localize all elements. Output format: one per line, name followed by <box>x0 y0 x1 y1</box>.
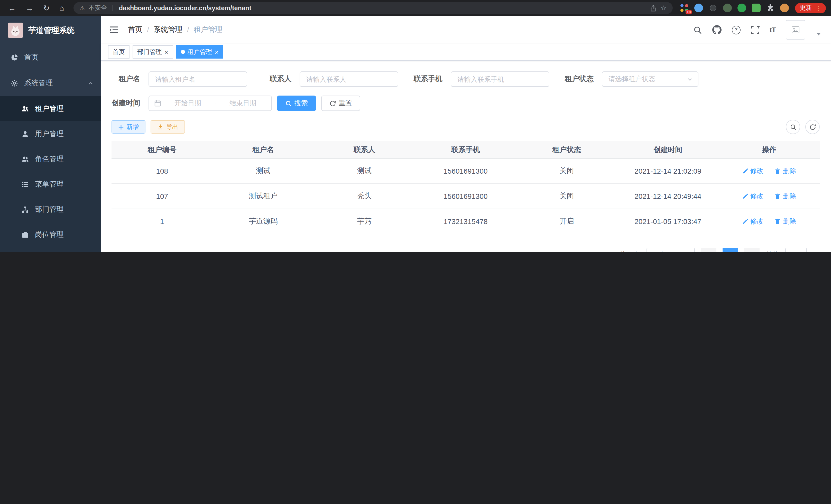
phone-input[interactable] <box>451 71 549 87</box>
search-button[interactable]: 搜索 <box>277 95 316 111</box>
filter-contact: 联系人 <box>263 71 398 87</box>
column-header: 租户名 <box>213 141 314 158</box>
search-button-label: 搜索 <box>294 99 308 108</box>
sidebar-toggle-hamburger-icon[interactable] <box>109 25 119 35</box>
sidebar-item-label: 租户管理 <box>35 104 64 113</box>
post-badge-icon <box>22 231 29 238</box>
date-range-picker[interactable]: 开始日期 - 结束日期 <box>148 95 272 111</box>
share-icon[interactable] <box>650 4 657 11</box>
pencil-icon <box>742 193 748 199</box>
forward-icon[interactable]: → <box>26 4 33 12</box>
avatar-caret-down-icon[interactable] <box>816 33 821 35</box>
sidebar-item-dict[interactable]: 字典管理 <box>0 247 101 252</box>
cell-tenant-id: 1 <box>112 209 213 234</box>
breadcrumb-separator: / <box>187 26 189 34</box>
prev-page-button[interactable] <box>701 248 716 252</box>
sidebar-item-menu[interactable]: 菜单管理 <box>0 172 101 197</box>
reset-button-label: 重置 <box>339 99 352 108</box>
delete-link-label: 删除 <box>783 217 796 226</box>
fullscreen-icon[interactable] <box>751 25 760 34</box>
back-icon[interactable]: ← <box>8 4 16 12</box>
extension-icon[interactable] <box>752 4 761 12</box>
edit-link-label: 修改 <box>750 217 764 226</box>
export-button-label: 导出 <box>166 122 178 131</box>
tab-tenant[interactable]: 租户管理 × <box>176 45 223 59</box>
contact-label: 联系人 <box>263 75 291 84</box>
chevron-down-icon <box>687 76 693 82</box>
address-bar[interactable]: ⚠ 不安全 dashboard.yudao.iocoder.cn/system/… <box>73 2 673 14</box>
reload-icon[interactable]: ↻ <box>43 4 50 12</box>
cell-contact: 芋艿 <box>314 209 415 234</box>
edit-link-label: 修改 <box>750 191 764 201</box>
browser-profile-avatar[interactable] <box>780 4 789 12</box>
add-button-label: 新增 <box>126 122 139 131</box>
extension-icon[interactable]: 10 <box>680 4 689 12</box>
add-button[interactable]: 新增 <box>112 120 145 134</box>
navbar: 首页 / 系统管理 / 租户管理 ? <box>101 16 831 44</box>
sidebar-item-tenant[interactable]: 租户管理 <box>0 96 101 121</box>
export-button[interactable]: 导出 <box>150 120 185 134</box>
breadcrumb-system[interactable]: 系统管理 <box>154 25 182 34</box>
sidebar-item-post[interactable]: 岗位管理 <box>0 222 101 247</box>
refresh-table-button[interactable] <box>805 120 820 134</box>
extension-icon[interactable] <box>738 4 746 12</box>
not-secure-warning-icon: ⚠ <box>79 5 85 11</box>
sidebar-item-label: 菜单管理 <box>35 180 64 189</box>
delete-link[interactable]: 删除 <box>775 217 796 226</box>
next-page-button[interactable] <box>744 248 760 252</box>
edit-link[interactable]: 修改 <box>742 217 764 226</box>
delete-link[interactable]: 删除 <box>775 167 796 176</box>
github-icon[interactable] <box>712 25 721 34</box>
sidebar-item-role[interactable]: 角色管理 <box>0 146 101 172</box>
sidebar-item-dept[interactable]: 部门管理 <box>0 197 101 222</box>
status-select-placeholder: 请选择租户状态 <box>608 75 655 84</box>
cell-created: 2021-01-05 17:03:47 <box>617 209 718 234</box>
tab-dept[interactable]: 部门管理 × <box>133 45 173 59</box>
browser-home-icon[interactable]: ⌂ <box>59 4 64 12</box>
user-icon <box>22 130 29 138</box>
column-header: 租户编号 <box>112 141 213 158</box>
page-size-select[interactable]: 10条/页 <box>647 248 695 252</box>
breadcrumb-separator: / <box>147 26 149 34</box>
tab-home[interactable]: 首页 <box>108 45 130 59</box>
sidebar-item-system[interactable]: 系统管理 <box>0 70 101 96</box>
goto-page-input[interactable] <box>785 248 807 252</box>
delete-link-label: 删除 <box>783 191 796 201</box>
main-area: 首页 / 系统管理 / 租户管理 ? <box>101 16 831 252</box>
contact-input[interactable] <box>299 71 398 87</box>
sidebar-item-home[interactable]: 首页 <box>0 45 101 70</box>
tags-view-bar: 首页 部门管理 × 租户管理 × <box>101 44 831 61</box>
close-icon[interactable]: × <box>214 49 219 55</box>
edit-link[interactable]: 修改 <box>742 191 764 201</box>
extension-icon[interactable] <box>709 4 717 12</box>
sidebar-item-label: 系统管理 <box>24 79 53 88</box>
bookmark-star-icon[interactable]: ☆ <box>661 4 666 12</box>
extensions-puzzle-icon[interactable] <box>766 4 774 12</box>
cell-tenant-id: 107 <box>112 184 213 209</box>
help-icon[interactable]: ? <box>732 25 741 34</box>
extension-icon[interactable] <box>723 4 732 12</box>
breadcrumb-home[interactable]: 首页 <box>128 25 142 34</box>
hide-search-button[interactable] <box>786 120 800 134</box>
cell-actions: 修改 删除 <box>718 184 820 209</box>
delete-link[interactable]: 删除 <box>775 191 796 201</box>
sidebar-logo[interactable]: 芋道管理系统 <box>0 16 101 45</box>
tenant-name-input[interactable] <box>148 71 247 87</box>
header-search-icon[interactable] <box>693 25 702 34</box>
update-button[interactable]: 更新 ⋮ <box>795 3 826 13</box>
page-number-button[interactable]: 1 <box>722 248 738 252</box>
reset-button[interactable]: 重置 <box>321 95 360 111</box>
cell-status: 关闭 <box>516 184 618 209</box>
filter-row-2: 创建时间 开始日期 - 结束日期 搜索 <box>112 95 820 111</box>
status-select[interactable]: 请选择租户状态 <box>602 71 698 87</box>
extension-icon[interactable] <box>694 4 703 12</box>
plus-icon <box>118 124 124 130</box>
browser-menu-kebab-icon[interactable]: ⋮ <box>815 5 821 11</box>
close-icon[interactable]: × <box>165 49 168 55</box>
sidebar-item-user[interactable]: 用户管理 <box>0 121 101 146</box>
trash-icon <box>775 168 781 174</box>
edit-link[interactable]: 修改 <box>742 167 764 176</box>
user-avatar[interactable] <box>786 20 805 39</box>
font-size-icon[interactable]: tT <box>770 26 775 33</box>
app-title: 芋道管理系统 <box>28 25 75 35</box>
